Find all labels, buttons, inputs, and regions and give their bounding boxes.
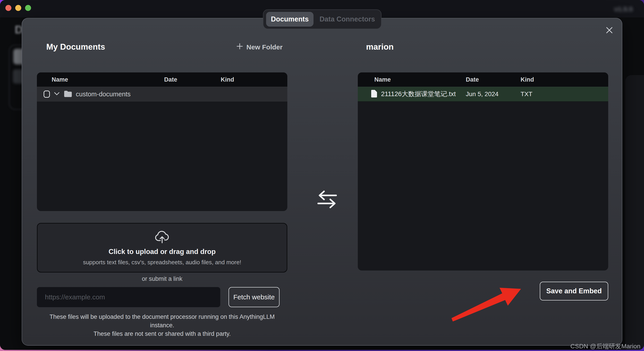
plus-icon (236, 43, 243, 52)
zoom-window-button[interactable] (25, 5, 31, 11)
file-name-cell: 211126大数据课堂笔记.txt (358, 90, 466, 98)
folder-icon (64, 90, 72, 98)
document-manager-modal: My Documents New Folder marion Name Date… (22, 18, 622, 346)
my-documents-title: My Documents (46, 42, 105, 52)
fetch-website-button[interactable]: Fetch website (228, 287, 280, 307)
column-header-kind: Kind (520, 76, 608, 83)
column-header-date: Date (466, 76, 520, 83)
workspace-documents-table: Name Date Kind 211126大数据课堂笔记.txt Jun 5, … (358, 72, 608, 270)
traffic-lights (5, 5, 31, 11)
upload-title: Click to upload or drag and drop (109, 248, 216, 256)
modal-tabbar: Documents Data Connectors (263, 10, 382, 29)
background-chat-panel-edge (625, 75, 644, 350)
table-header-row: Name Date Kind (358, 72, 608, 87)
column-header-date: Date (164, 76, 221, 83)
app-version-text: v1.5.5 (614, 5, 633, 13)
submit-link-label: or submit a link (37, 276, 287, 282)
file-kind: TXT (520, 90, 608, 98)
column-header-name: Name (37, 76, 164, 83)
macos-window: v1.5.5 D My Documents New Folder marion … (0, 0, 644, 350)
link-url-input[interactable] (37, 287, 220, 307)
column-header-kind: Kind (221, 76, 287, 83)
modal-close-button[interactable] (604, 26, 614, 35)
disclaimer-line-1: These files will be uploaded to the docu… (37, 312, 287, 330)
folder-name: custom-documents (76, 90, 130, 98)
close-icon (605, 26, 613, 35)
cloud-upload-icon (154, 230, 170, 244)
chevron-down-icon[interactable] (54, 92, 60, 96)
file-icon (371, 90, 377, 98)
annotation-arrow (450, 284, 524, 325)
minimize-window-button[interactable] (15, 5, 21, 11)
workspace-title: marion (366, 42, 394, 52)
row-checkbox[interactable] (44, 90, 50, 98)
watermark-text: CSDN @后端研发Marion (570, 342, 640, 350)
disclaimer-line-2: These files are not sent or shared with … (37, 330, 287, 338)
table-header-row: Name Date Kind (37, 72, 287, 87)
new-folder-button[interactable]: New Folder (236, 43, 283, 52)
file-name: 211126大数据课堂笔记.txt (381, 90, 456, 98)
table-row-folder[interactable]: custom-documents (37, 87, 287, 102)
upload-dropzone[interactable]: Click to upload or drag and drop support… (37, 223, 287, 272)
upload-disclaimer: These files will be uploaded to the docu… (37, 312, 287, 338)
file-date: Jun 5, 2024 (466, 90, 520, 98)
column-header-name: Name (358, 76, 466, 83)
table-row-file-selected[interactable]: 211126大数据课堂笔记.txt Jun 5, 2024 TXT (358, 87, 608, 102)
my-documents-table: Name Date Kind custom-documents (37, 72, 287, 211)
move-documents-arrows-icon (316, 189, 338, 211)
close-window-button[interactable] (5, 5, 12, 11)
upload-subtitle: supports text files, csv's, spreadsheets… (83, 259, 241, 266)
tab-data-connectors[interactable]: Data Connectors (314, 15, 381, 23)
new-folder-label: New Folder (246, 43, 283, 51)
save-and-embed-button[interactable]: Save and Embed (540, 282, 608, 300)
tab-documents[interactable]: Documents (266, 12, 314, 26)
